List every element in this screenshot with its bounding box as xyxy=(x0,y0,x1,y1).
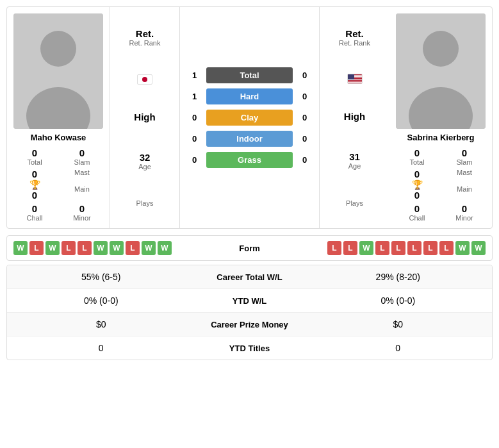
total-label: Total xyxy=(206,67,293,83)
right-form-results: LLWLLLLLWW xyxy=(288,241,486,255)
left-flag xyxy=(137,74,152,85)
left-plays-label: Plays xyxy=(136,199,154,207)
right-mast-value: 0 xyxy=(414,169,420,179)
form-badge-l: L xyxy=(126,241,140,255)
form-badge-w: W xyxy=(158,241,172,255)
left-main-label: Main xyxy=(74,185,90,193)
right-chall-label: Chall xyxy=(409,214,425,222)
form-badge-l: L xyxy=(327,241,341,255)
form-badge-l: L xyxy=(61,241,76,255)
left-high-value: High xyxy=(134,112,155,122)
career-wl-row: 55% (6-5) Career Total W/L 29% (8-20) xyxy=(7,265,492,289)
left-slam-value: 0 xyxy=(79,147,85,158)
left-age-label: Age xyxy=(138,163,151,170)
right-middle-panel: Ret. Ret. Rank High 31 Age Plays xyxy=(319,7,389,228)
right-total-value: 0 xyxy=(414,147,420,158)
clay-right-score: 0 xyxy=(297,113,313,122)
form-badge-l: L xyxy=(29,241,44,255)
career-wl-left: 55% (6-5) xyxy=(17,272,186,282)
total-row: 1 Total 0 xyxy=(186,67,313,83)
center-panel: 1 Total 0 1 Hard 0 0 Clay 0 0 Indoor 0 0 xyxy=(180,7,319,228)
career-wl-label: Career Total W/L xyxy=(186,272,314,282)
form-badge-l: L xyxy=(375,241,389,255)
right-slam-label: Slam xyxy=(456,158,472,166)
right-main-value: 0 xyxy=(414,190,420,201)
left-chall-value: 0 xyxy=(32,203,37,214)
svg-point-4 xyxy=(423,31,459,67)
right-player-avatar xyxy=(396,13,486,129)
right-slam-value: 0 xyxy=(462,147,467,158)
left-rank-label: Ret. Rank xyxy=(129,39,161,47)
form-badge-l: L xyxy=(407,241,421,255)
form-badge-w: W xyxy=(142,241,156,255)
left-high-stat: High xyxy=(134,112,155,122)
ytd-titles-left: 0 xyxy=(17,343,186,353)
prize-label: Career Prize Money xyxy=(186,320,314,329)
form-badge-l: L xyxy=(423,241,438,255)
left-player-avatar xyxy=(13,13,103,129)
clay-label: Clay xyxy=(206,110,293,126)
form-badge-w: W xyxy=(471,241,486,255)
form-badge-l: L xyxy=(78,241,92,255)
form-badge-w: W xyxy=(45,241,60,255)
form-badge-w: W xyxy=(359,241,373,255)
form-badge-l: L xyxy=(439,241,454,255)
hard-left-score: 1 xyxy=(186,92,202,101)
svg-point-1 xyxy=(40,31,76,67)
indoor-right-score: 0 xyxy=(297,134,313,144)
left-total-cell: 0 Total xyxy=(13,147,56,166)
form-badge-w: W xyxy=(94,241,108,255)
right-age-label: Age xyxy=(348,162,361,170)
right-trophy-icon: 🏆 xyxy=(412,179,423,190)
right-player-name: Sabrina Kierberg xyxy=(407,133,475,142)
ytd-wl-right: 0% (0-0) xyxy=(314,295,483,306)
right-high-value: High xyxy=(344,111,365,122)
left-trophy-icon: 🏆 xyxy=(29,179,40,190)
left-total-label: Total xyxy=(27,158,42,166)
clay-left-score: 0 xyxy=(186,113,202,122)
grass-row: 0 Grass 0 xyxy=(186,152,313,168)
left-rank-value: Ret. xyxy=(136,28,154,39)
left-plays-stat: Plays xyxy=(136,199,154,207)
right-minor-value: 0 xyxy=(462,203,467,214)
form-badge-w: W xyxy=(13,241,28,255)
right-age-value: 31 xyxy=(349,151,360,162)
main-container: Maho Kowase 0 Total 0 Slam 0 🏆 0 Mast M xyxy=(0,0,499,367)
grass-left-score: 0 xyxy=(186,155,202,165)
left-mast-value: 0 xyxy=(32,169,37,179)
form-badge-w: W xyxy=(110,241,124,255)
form-badge-w: W xyxy=(455,241,470,255)
left-mast-label-cell: Mast Main xyxy=(61,169,103,201)
left-middle-panel: Ret. Ret. Rank High 32 Age Plays xyxy=(110,7,180,228)
indoor-row: 0 Indoor 0 xyxy=(186,131,313,147)
right-player-card: Sabrina Kierberg 0 Total 0 Slam 0 🏆 0 Ma… xyxy=(389,7,492,228)
left-mast-cell: 0 🏆 0 xyxy=(13,169,56,201)
right-rank-stat: Ret. Ret. Rank xyxy=(339,28,370,47)
ytd-titles-row: 0 YTD Titles 0 xyxy=(7,336,492,360)
right-minor-cell: 0 Minor xyxy=(443,203,486,222)
form-label: Form xyxy=(211,244,288,253)
right-slam-cell: 0 Slam xyxy=(443,147,486,166)
right-player-stats: 0 Total 0 Slam 0 🏆 0 Mast Main 0 xyxy=(396,147,486,222)
clay-row: 0 Clay 0 xyxy=(186,110,313,126)
ytd-titles-right: 0 xyxy=(314,343,483,353)
right-minor-label: Minor xyxy=(455,214,473,222)
player-comparison: Maho Kowase 0 Total 0 Slam 0 🏆 0 Mast M xyxy=(6,6,493,229)
ytd-wl-label: YTD W/L xyxy=(186,296,314,306)
left-main-value: 0 xyxy=(32,190,37,201)
left-mast-label: Mast xyxy=(74,169,90,176)
left-player-card: Maho Kowase 0 Total 0 Slam 0 🏆 0 Mast M xyxy=(7,7,110,228)
left-total-value: 0 xyxy=(32,147,37,158)
left-player-stats: 0 Total 0 Slam 0 🏆 0 Mast Main 0 xyxy=(13,147,103,222)
right-age-stat: 31 Age xyxy=(348,151,361,170)
right-mast-label: Mast xyxy=(457,169,472,176)
form-badge-l: L xyxy=(343,241,357,255)
hard-right-score: 0 xyxy=(297,92,313,101)
left-minor-value: 0 xyxy=(79,203,85,214)
right-chall-value: 0 xyxy=(414,203,420,214)
total-right-score: 0 xyxy=(297,71,313,80)
left-slam-label: Slam xyxy=(74,158,90,166)
left-age-stat: 32 Age xyxy=(138,152,151,170)
ytd-wl-row: 0% (0-0) YTD W/L 0% (0-0) xyxy=(7,289,492,313)
left-minor-label: Minor xyxy=(73,214,91,222)
